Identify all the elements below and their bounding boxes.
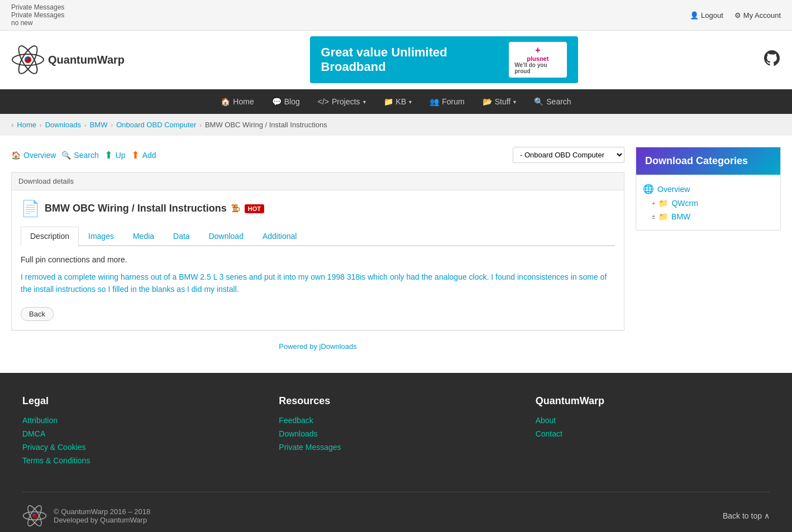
- file-icon: 📄: [21, 199, 40, 218]
- chevron-down-icon: ▾: [363, 99, 366, 105]
- footer-legal-heading: Legal: [22, 395, 256, 407]
- top-bar-left: Private Messages Private Messages no new: [11, 3, 64, 27]
- overview-button[interactable]: 🏠 Overview: [11, 151, 56, 160]
- sidebar-item-bmw: ± 📁 BMW: [652, 210, 774, 223]
- main-content: 🏠 Overview 🔍 Search ⬆ Up ⬆ Add -: [0, 136, 792, 373]
- nav-kb[interactable]: 📁 KB ▾: [375, 89, 421, 114]
- footer-bottom: © QuantumWarp 2016 – 2018 Developed by Q…: [22, 492, 770, 528]
- up-button[interactable]: ⬆ Up: [104, 149, 126, 161]
- nav-search[interactable]: 🔍 Search: [525, 89, 580, 114]
- sidebar-link-bmw[interactable]: BMW: [671, 212, 690, 221]
- sidebar-link-overview[interactable]: Overview: [657, 185, 690, 194]
- chevron-down-icon: ▾: [409, 99, 412, 105]
- footer-link-dmca[interactable]: DMCA: [22, 429, 256, 438]
- tab-description[interactable]: Description: [21, 227, 79, 246]
- no-new-label: no new: [11, 19, 64, 27]
- sidebar-item-qwcrm: + 📁 QWcrm: [652, 196, 774, 210]
- back-button[interactable]: Back: [21, 307, 54, 321]
- breadcrumb-bmw[interactable]: BMW: [90, 121, 108, 129]
- hot-badge: HOT: [245, 204, 264, 213]
- footer-link-about[interactable]: About: [536, 416, 770, 425]
- powered-by-link[interactable]: Powered by jDownloads: [279, 342, 356, 351]
- people-icon: 👥: [430, 97, 439, 106]
- folder-icon: 📁: [384, 97, 393, 106]
- up-icon: ⬆: [104, 149, 113, 161]
- category-dropdown-wrapper: - Onboard OBD Computer: [513, 147, 624, 163]
- add-button[interactable]: ⬆ Add: [131, 149, 156, 161]
- description-short: Full pin connections and more.: [21, 255, 615, 264]
- sidebar-widget-header: Download Categories: [636, 147, 780, 175]
- breadcrumb-downloads[interactable]: Downloads: [45, 121, 81, 129]
- file-title: BMW OBC Wiring / Install Instructions: [45, 203, 227, 214]
- header: QuantumWarp Great value Unlimited Broadb…: [0, 31, 792, 89]
- footer-link-terms[interactable]: Terms & Conditions: [22, 456, 256, 465]
- footer-link-privacy[interactable]: Privacy & Cookies: [22, 443, 256, 452]
- expand-icon[interactable]: ±: [652, 213, 655, 220]
- footer-resources-heading: Resources: [279, 395, 513, 407]
- nav-projects[interactable]: </> Projects ▾: [309, 89, 375, 114]
- tab-download[interactable]: Download: [199, 227, 253, 245]
- top-bar: Private Messages Private Messages no new…: [0, 0, 792, 31]
- download-details-header: Download details: [11, 172, 624, 190]
- tab-images[interactable]: Images: [79, 227, 123, 245]
- sidebar-link-qwcrm[interactable]: QWcrm: [671, 199, 698, 208]
- nav-blog[interactable]: 💬 Blog: [263, 89, 309, 114]
- category-select[interactable]: - Onboard OBD Computer: [513, 147, 624, 163]
- footer-logo-icon: [22, 504, 47, 528]
- overview-icon: 🏠: [11, 151, 21, 160]
- logout-link[interactable]: 👤 Logout: [690, 11, 723, 20]
- globe-icon: 🌐: [643, 184, 654, 194]
- download-details-body: 📄 BMW OBC Wiring / Install Instructions …: [11, 190, 624, 330]
- breadcrumb-home[interactable]: Home: [17, 121, 36, 129]
- nav-home[interactable]: 🏠 Home: [212, 89, 263, 114]
- breadcrumb-sep: ›: [84, 122, 87, 128]
- tab-additional[interactable]: Additional: [253, 227, 307, 245]
- banner[interactable]: Great value Unlimited Broadband + plusne…: [310, 36, 578, 83]
- breadcrumb-sep: ›: [40, 122, 42, 128]
- search-icon: 🔍: [61, 151, 71, 160]
- footer-link-attribution[interactable]: Attribution: [22, 416, 256, 425]
- up-arrow-icon: ∧: [764, 511, 770, 520]
- github-icon[interactable]: [763, 49, 781, 71]
- footer-bottom-left: © QuantumWarp 2016 – 2018 Developed by Q…: [22, 504, 150, 528]
- footer-link-private-messages[interactable]: Private Messages: [279, 443, 513, 452]
- footer-link-contact[interactable]: Contact: [536, 429, 770, 438]
- top-bar-right: 👤 Logout ⚙ My Account: [690, 11, 781, 20]
- powered-by: Powered by jDownloads: [11, 330, 624, 362]
- private-messages-label[interactable]: Private Messages: [11, 3, 64, 11]
- search-button[interactable]: 🔍 Search: [61, 151, 98, 160]
- banner-brand: + plusnet We'll do you proud: [509, 42, 566, 78]
- svg-point-4: [25, 57, 28, 60]
- footer: Legal Attribution DMCA Privacy & Cookies…: [0, 373, 792, 532]
- stuff-icon: 📂: [483, 97, 492, 106]
- add-icon: ⬆: [131, 149, 140, 161]
- chevron-down-icon: ▾: [513, 99, 516, 105]
- expand-icon[interactable]: +: [652, 200, 655, 207]
- description-long: I removed a complete wiring harness out …: [21, 271, 615, 296]
- sidebar-item-overview: 🌐 Overview: [643, 181, 774, 196]
- footer-link-downloads[interactable]: Downloads: [279, 429, 513, 438]
- nav-forum[interactable]: 👥 Forum: [421, 89, 473, 114]
- sidebar-widget: Download Categories 🌐 Overview + 📁 QWcrm…: [636, 147, 781, 231]
- code-icon: </>: [318, 97, 329, 106]
- sidebar-tree: + 📁 QWcrm ± 📁 BMW: [643, 196, 774, 223]
- atom-logo-svg: [11, 43, 45, 76]
- gear-icon: ⚙: [734, 11, 741, 20]
- footer-copyright: © QuantumWarp 2016 – 2018: [54, 507, 150, 516]
- footer-copyright-block: © QuantumWarp 2016 – 2018 Developed by Q…: [54, 507, 150, 524]
- footer-grid: Legal Attribution DMCA Privacy & Cookies…: [22, 395, 770, 469]
- footer-link-feedback[interactable]: Feedback: [279, 416, 513, 425]
- nav-stuff[interactable]: 📂 Stuff ▾: [474, 89, 526, 114]
- footer-developed-by: Developed by QuantumWarp: [54, 516, 150, 524]
- footer-legal: Legal Attribution DMCA Privacy & Cookies…: [22, 395, 256, 469]
- back-to-top-link[interactable]: Back to top ∧: [723, 511, 770, 520]
- footer-quantumwarp: QuantumWarp About Contact: [536, 395, 770, 469]
- folder-icon: 📁: [659, 212, 668, 221]
- tab-media[interactable]: Media: [123, 227, 164, 245]
- site-logo[interactable]: QuantumWarp: [11, 43, 125, 76]
- my-account-link[interactable]: ⚙ My Account: [734, 11, 781, 20]
- breadcrumb-sep: ›: [111, 122, 113, 128]
- tab-data[interactable]: Data: [164, 227, 199, 245]
- breadcrumb-obd[interactable]: Onboard OBD Computer: [116, 121, 196, 129]
- footer-qw-heading: QuantumWarp: [536, 395, 770, 407]
